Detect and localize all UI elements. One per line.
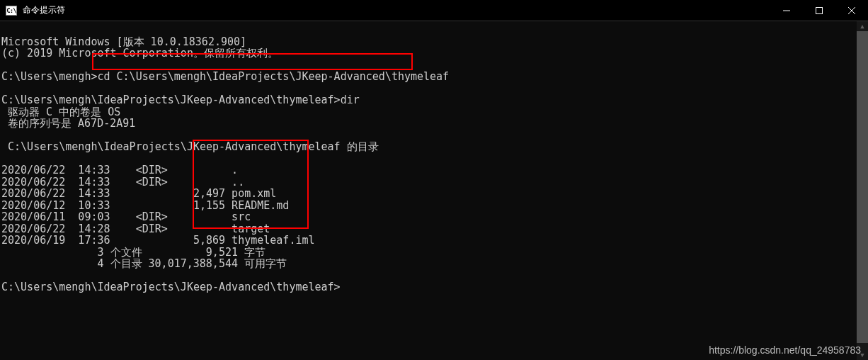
terminal-line: 卷的序列号是 A67D-2A91 [1, 117, 135, 130]
terminal-line: 2020/06/12 10:33 1,155 README.md [1, 199, 289, 212]
cmd-icon: C:\ [6, 6, 17, 16]
terminal-line: 2020/06/22 14:33 <DIR> .. [1, 176, 244, 189]
maximize-button[interactable] [803, 0, 835, 21]
terminal-line: 2020/06/22 14:28 <DIR> target [1, 223, 270, 235]
terminal-line: 3 个文件 9,521 字节 [1, 246, 265, 259]
scroll-up-arrow[interactable]: ▲ [857, 21, 868, 31]
maximize-icon [816, 7, 823, 14]
titlebar-left: C:\ 命令提示符 [0, 4, 65, 16]
terminal-line: 4 个目录 30,017,388,544 可用字节 [1, 257, 287, 270]
terminal-line: Microsoft Windows [版本 10.0.18362.900] [1, 35, 246, 48]
terminal-line: 2020/06/22 14:33 2,497 pom.xml [1, 187, 276, 200]
terminal-line: (c) 2019 Microsoft Corporation。保留所有权利。 [1, 47, 278, 60]
minimize-button[interactable] [770, 0, 803, 21]
terminal-line: 2020/06/19 17:36 5,869 thymeleaf.iml [1, 234, 315, 247]
scrollbar-thumb[interactable] [857, 31, 868, 343]
terminal-line: C:\Users\mengh\IdeaProjects\JKeep-Advanc… [1, 140, 379, 153]
scrollbar[interactable]: ▲ ▼ [857, 21, 868, 360]
terminal-line: 驱动器 C 中的卷是 OS [1, 106, 120, 118]
window-title: 命令提示符 [23, 4, 65, 16]
terminal-line: 2020/06/22 14:33 <DIR> . [1, 164, 238, 176]
watermark: https://blog.csdn.net/qq_24958783 [709, 344, 861, 356]
terminal-output[interactable]: Microsoft Windows [版本 10.0.18362.900] (c… [0, 21, 868, 296]
terminal-line: C:\Users\mengh\IdeaProjects\JKeep-Advanc… [1, 281, 341, 293]
terminal-line: C:\Users\mengh>cd C:\Users\mengh\IdeaPro… [1, 70, 449, 83]
window-controls [770, 0, 868, 21]
close-icon [848, 7, 855, 14]
minimize-icon [783, 7, 790, 14]
close-button[interactable] [835, 0, 868, 21]
svg-rect-1 [816, 7, 823, 13]
terminal-line: C:\Users\mengh\IdeaProjects\JKeep-Advanc… [1, 94, 360, 106]
titlebar: C:\ 命令提示符 [0, 0, 868, 21]
terminal-line: 2020/06/11 09:03 <DIR> src [1, 210, 251, 223]
